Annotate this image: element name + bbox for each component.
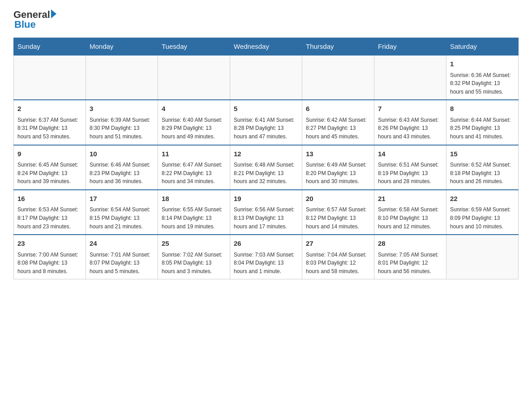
day-info: Sunrise: 6:58 AM Sunset: 8:10 PM Dayligh…: [378, 206, 442, 231]
day-info: Sunrise: 6:52 AM Sunset: 8:18 PM Dayligh…: [450, 161, 515, 186]
day-number: 27: [306, 239, 370, 249]
calendar-cell: 22Sunrise: 6:59 AM Sunset: 8:09 PM Dayli…: [446, 190, 519, 235]
day-info: Sunrise: 6:54 AM Sunset: 8:15 PM Dayligh…: [90, 206, 154, 231]
day-info: Sunrise: 6:57 AM Sunset: 8:12 PM Dayligh…: [306, 206, 370, 231]
day-number: 6: [306, 104, 370, 114]
day-number: 22: [450, 194, 515, 204]
calendar-week-row: 2Sunrise: 6:37 AM Sunset: 8:31 PM Daylig…: [14, 100, 519, 145]
calendar-cell: [302, 55, 374, 100]
calendar-cell: [14, 55, 86, 100]
day-info: Sunrise: 7:03 AM Sunset: 8:04 PM Dayligh…: [234, 251, 298, 276]
calendar-cell: 5Sunrise: 6:41 AM Sunset: 8:28 PM Daylig…: [230, 100, 302, 145]
day-number: 11: [162, 149, 226, 159]
day-info: Sunrise: 6:48 AM Sunset: 8:21 PM Dayligh…: [234, 161, 298, 186]
calendar-cell: 28Sunrise: 7:05 AM Sunset: 8:01 PM Dayli…: [374, 235, 446, 279]
calendar-week-row: 23Sunrise: 7:00 AM Sunset: 8:08 PM Dayli…: [14, 235, 519, 279]
day-number: 28: [378, 239, 442, 249]
day-of-week-header: Thursday: [302, 38, 374, 56]
day-info: Sunrise: 7:02 AM Sunset: 8:05 PM Dayligh…: [162, 251, 226, 276]
day-info: Sunrise: 6:55 AM Sunset: 8:14 PM Dayligh…: [162, 206, 226, 231]
calendar-header-row: SundayMondayTuesdayWednesdayThursdayFrid…: [14, 38, 519, 56]
day-of-week-header: Tuesday: [158, 38, 230, 56]
day-number: 2: [17, 104, 82, 114]
day-info: Sunrise: 6:51 AM Sunset: 8:19 PM Dayligh…: [378, 161, 442, 186]
calendar-cell: 17Sunrise: 6:54 AM Sunset: 8:15 PM Dayli…: [86, 190, 158, 235]
calendar-cell: 3Sunrise: 6:39 AM Sunset: 8:30 PM Daylig…: [86, 100, 158, 145]
calendar-week-row: 1Sunrise: 6:36 AM Sunset: 8:32 PM Daylig…: [14, 55, 519, 100]
day-number: 3: [90, 104, 154, 114]
day-of-week-header: Wednesday: [230, 38, 302, 56]
day-number: 19: [234, 194, 298, 204]
calendar-cell: [158, 55, 230, 100]
day-number: 5: [234, 104, 298, 114]
day-of-week-header: Saturday: [446, 38, 519, 56]
calendar-week-row: 9Sunrise: 6:45 AM Sunset: 8:24 PM Daylig…: [14, 145, 519, 190]
day-number: 16: [17, 194, 82, 204]
day-info: Sunrise: 7:01 AM Sunset: 8:07 PM Dayligh…: [90, 251, 154, 276]
calendar-cell: 10Sunrise: 6:46 AM Sunset: 8:23 PM Dayli…: [86, 145, 158, 190]
calendar-cell: 6Sunrise: 6:42 AM Sunset: 8:27 PM Daylig…: [302, 100, 374, 145]
calendar-cell: 7Sunrise: 6:43 AM Sunset: 8:26 PM Daylig…: [374, 100, 446, 145]
day-number: 7: [378, 104, 442, 114]
day-info: Sunrise: 7:04 AM Sunset: 8:03 PM Dayligh…: [306, 251, 370, 276]
day-number: 26: [234, 239, 298, 249]
day-number: 13: [306, 149, 370, 159]
calendar-cell: 23Sunrise: 7:00 AM Sunset: 8:08 PM Dayli…: [14, 235, 86, 279]
calendar-cell: 20Sunrise: 6:57 AM Sunset: 8:12 PM Dayli…: [302, 190, 374, 235]
day-number: 10: [90, 149, 154, 159]
day-number: 15: [450, 149, 515, 159]
calendar-cell: [446, 235, 519, 279]
day-number: 20: [306, 194, 370, 204]
day-info: Sunrise: 6:46 AM Sunset: 8:23 PM Dayligh…: [90, 161, 154, 186]
calendar-cell: [374, 55, 446, 100]
calendar-cell: 12Sunrise: 6:48 AM Sunset: 8:21 PM Dayli…: [230, 145, 302, 190]
calendar-cell: 9Sunrise: 6:45 AM Sunset: 8:24 PM Daylig…: [14, 145, 86, 190]
logo-blue: Blue: [14, 19, 36, 30]
day-info: Sunrise: 7:00 AM Sunset: 8:08 PM Dayligh…: [17, 251, 82, 276]
logo-arrow-icon: [51, 9, 56, 18]
day-of-week-header: Friday: [374, 38, 446, 56]
day-number: 4: [162, 104, 226, 114]
day-info: Sunrise: 6:56 AM Sunset: 8:13 PM Dayligh…: [234, 206, 298, 231]
day-info: Sunrise: 7:05 AM Sunset: 8:01 PM Dayligh…: [378, 251, 442, 276]
day-info: Sunrise: 6:42 AM Sunset: 8:27 PM Dayligh…: [306, 116, 370, 141]
calendar-cell: [86, 55, 158, 100]
day-number: 24: [90, 239, 154, 249]
day-info: Sunrise: 6:47 AM Sunset: 8:22 PM Dayligh…: [162, 161, 226, 186]
day-number: 9: [17, 149, 82, 159]
calendar-cell: 15Sunrise: 6:52 AM Sunset: 8:18 PM Dayli…: [446, 145, 519, 190]
day-of-week-header: Monday: [86, 38, 158, 56]
calendar-week-row: 16Sunrise: 6:53 AM Sunset: 8:17 PM Dayli…: [14, 190, 519, 235]
day-number: 12: [234, 149, 298, 159]
calendar-cell: 24Sunrise: 7:01 AM Sunset: 8:07 PM Dayli…: [86, 235, 158, 279]
day-info: Sunrise: 6:49 AM Sunset: 8:20 PM Dayligh…: [306, 161, 370, 186]
calendar-cell: 26Sunrise: 7:03 AM Sunset: 8:04 PM Dayli…: [230, 235, 302, 279]
day-info: Sunrise: 6:44 AM Sunset: 8:25 PM Dayligh…: [450, 116, 515, 141]
calendar-cell: 16Sunrise: 6:53 AM Sunset: 8:17 PM Dayli…: [14, 190, 86, 235]
day-number: 25: [162, 239, 226, 249]
calendar-cell: 18Sunrise: 6:55 AM Sunset: 8:14 PM Dayli…: [158, 190, 230, 235]
page-header: General Blue: [13, 9, 519, 30]
calendar-cell: 21Sunrise: 6:58 AM Sunset: 8:10 PM Dayli…: [374, 190, 446, 235]
day-of-week-header: Sunday: [14, 38, 86, 56]
day-info: Sunrise: 6:43 AM Sunset: 8:26 PM Dayligh…: [378, 116, 442, 141]
calendar-cell: 19Sunrise: 6:56 AM Sunset: 8:13 PM Dayli…: [230, 190, 302, 235]
day-info: Sunrise: 6:53 AM Sunset: 8:17 PM Dayligh…: [17, 206, 82, 231]
calendar-cell: 1Sunrise: 6:36 AM Sunset: 8:32 PM Daylig…: [446, 55, 519, 100]
day-info: Sunrise: 6:45 AM Sunset: 8:24 PM Dayligh…: [17, 161, 82, 186]
calendar-cell: 11Sunrise: 6:47 AM Sunset: 8:22 PM Dayli…: [158, 145, 230, 190]
calendar-cell: 8Sunrise: 6:44 AM Sunset: 8:25 PM Daylig…: [446, 100, 519, 145]
day-number: 23: [17, 239, 82, 249]
calendar-cell: 2Sunrise: 6:37 AM Sunset: 8:31 PM Daylig…: [14, 100, 86, 145]
day-info: Sunrise: 6:59 AM Sunset: 8:09 PM Dayligh…: [450, 206, 515, 231]
day-number: 18: [162, 194, 226, 204]
calendar-cell: 4Sunrise: 6:40 AM Sunset: 8:29 PM Daylig…: [158, 100, 230, 145]
day-info: Sunrise: 6:41 AM Sunset: 8:28 PM Dayligh…: [234, 116, 298, 141]
calendar-cell: 13Sunrise: 6:49 AM Sunset: 8:20 PM Dayli…: [302, 145, 374, 190]
calendar-cell: 25Sunrise: 7:02 AM Sunset: 8:05 PM Dayli…: [158, 235, 230, 279]
calendar-cell: 14Sunrise: 6:51 AM Sunset: 8:19 PM Dayli…: [374, 145, 446, 190]
day-number: 1: [450, 59, 515, 69]
day-number: 17: [90, 194, 154, 204]
day-info: Sunrise: 6:40 AM Sunset: 8:29 PM Dayligh…: [162, 116, 226, 141]
logo: General Blue: [13, 9, 56, 30]
